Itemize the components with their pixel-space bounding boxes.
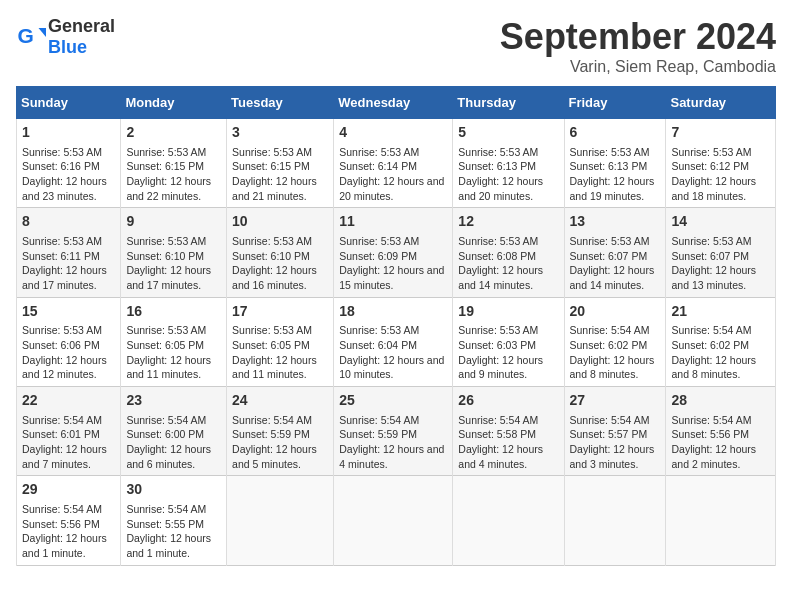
day-detail: Sunrise: 5:53 AMSunset: 6:15 PMDaylight:… <box>126 145 221 204</box>
day-number: 29 <box>22 480 115 500</box>
day-number: 21 <box>671 302 770 322</box>
column-header-tuesday: Tuesday <box>227 87 334 119</box>
day-number: 17 <box>232 302 328 322</box>
calendar-cell: 15Sunrise: 5:53 AMSunset: 6:06 PMDayligh… <box>17 297 121 386</box>
calendar-cell: 11Sunrise: 5:53 AMSunset: 6:09 PMDayligh… <box>334 208 453 297</box>
day-detail: Sunrise: 5:54 AMSunset: 5:58 PMDaylight:… <box>458 413 558 472</box>
day-number: 1 <box>22 123 115 143</box>
calendar-cell: 12Sunrise: 5:53 AMSunset: 6:08 PMDayligh… <box>453 208 564 297</box>
day-number: 20 <box>570 302 661 322</box>
column-header-saturday: Saturday <box>666 87 776 119</box>
day-detail: Sunrise: 5:53 AMSunset: 6:11 PMDaylight:… <box>22 234 115 293</box>
day-number: 5 <box>458 123 558 143</box>
calendar-cell: 18Sunrise: 5:53 AMSunset: 6:04 PMDayligh… <box>334 297 453 386</box>
column-header-monday: Monday <box>121 87 227 119</box>
day-detail: Sunrise: 5:54 AMSunset: 5:56 PMDaylight:… <box>671 413 770 472</box>
calendar-cell: 17Sunrise: 5:53 AMSunset: 6:05 PMDayligh… <box>227 297 334 386</box>
day-number: 12 <box>458 212 558 232</box>
logo-blue-text: Blue <box>48 37 87 57</box>
calendar-cell <box>227 476 334 565</box>
day-number: 11 <box>339 212 447 232</box>
calendar-cell: 8Sunrise: 5:53 AMSunset: 6:11 PMDaylight… <box>17 208 121 297</box>
location-subtitle: Varin, Siem Reap, Cambodia <box>500 58 776 76</box>
day-number: 27 <box>570 391 661 411</box>
day-detail: Sunrise: 5:53 AMSunset: 6:03 PMDaylight:… <box>458 323 558 382</box>
column-header-wednesday: Wednesday <box>334 87 453 119</box>
calendar-cell: 16Sunrise: 5:53 AMSunset: 6:05 PMDayligh… <box>121 297 227 386</box>
calendar-cell: 3Sunrise: 5:53 AMSunset: 6:15 PMDaylight… <box>227 119 334 208</box>
day-number: 19 <box>458 302 558 322</box>
day-number: 18 <box>339 302 447 322</box>
calendar-cell <box>334 476 453 565</box>
calendar-cell: 25Sunrise: 5:54 AMSunset: 5:59 PMDayligh… <box>334 387 453 476</box>
day-number: 24 <box>232 391 328 411</box>
day-number: 13 <box>570 212 661 232</box>
calendar-week-row: 8Sunrise: 5:53 AMSunset: 6:11 PMDaylight… <box>17 208 776 297</box>
day-detail: Sunrise: 5:54 AMSunset: 6:02 PMDaylight:… <box>671 323 770 382</box>
svg-text:G: G <box>18 24 34 47</box>
day-detail: Sunrise: 5:54 AMSunset: 5:57 PMDaylight:… <box>570 413 661 472</box>
logo-general-text: General <box>48 16 115 36</box>
day-detail: Sunrise: 5:54 AMSunset: 5:59 PMDaylight:… <box>339 413 447 472</box>
day-detail: Sunrise: 5:53 AMSunset: 6:15 PMDaylight:… <box>232 145 328 204</box>
logo: G General Blue <box>16 16 115 58</box>
svg-marker-1 <box>39 28 47 37</box>
calendar-cell: 29Sunrise: 5:54 AMSunset: 5:56 PMDayligh… <box>17 476 121 565</box>
column-header-sunday: Sunday <box>17 87 121 119</box>
calendar-cell: 19Sunrise: 5:53 AMSunset: 6:03 PMDayligh… <box>453 297 564 386</box>
day-number: 16 <box>126 302 221 322</box>
day-detail: Sunrise: 5:53 AMSunset: 6:06 PMDaylight:… <box>22 323 115 382</box>
calendar-cell: 21Sunrise: 5:54 AMSunset: 6:02 PMDayligh… <box>666 297 776 386</box>
day-detail: Sunrise: 5:53 AMSunset: 6:05 PMDaylight:… <box>232 323 328 382</box>
calendar-cell: 7Sunrise: 5:53 AMSunset: 6:12 PMDaylight… <box>666 119 776 208</box>
day-detail: Sunrise: 5:54 AMSunset: 5:59 PMDaylight:… <box>232 413 328 472</box>
day-number: 15 <box>22 302 115 322</box>
calendar-cell: 20Sunrise: 5:54 AMSunset: 6:02 PMDayligh… <box>564 297 666 386</box>
calendar-cell: 4Sunrise: 5:53 AMSunset: 6:14 PMDaylight… <box>334 119 453 208</box>
title-area: September 2024 Varin, Siem Reap, Cambodi… <box>500 16 776 76</box>
calendar-cell: 26Sunrise: 5:54 AMSunset: 5:58 PMDayligh… <box>453 387 564 476</box>
calendar-week-row: 15Sunrise: 5:53 AMSunset: 6:06 PMDayligh… <box>17 297 776 386</box>
day-detail: Sunrise: 5:53 AMSunset: 6:04 PMDaylight:… <box>339 323 447 382</box>
calendar-cell: 23Sunrise: 5:54 AMSunset: 6:00 PMDayligh… <box>121 387 227 476</box>
day-detail: Sunrise: 5:53 AMSunset: 6:07 PMDaylight:… <box>570 234 661 293</box>
calendar-cell: 10Sunrise: 5:53 AMSunset: 6:10 PMDayligh… <box>227 208 334 297</box>
day-number: 4 <box>339 123 447 143</box>
day-detail: Sunrise: 5:54 AMSunset: 6:01 PMDaylight:… <box>22 413 115 472</box>
day-detail: Sunrise: 5:53 AMSunset: 6:07 PMDaylight:… <box>671 234 770 293</box>
day-detail: Sunrise: 5:54 AMSunset: 5:55 PMDaylight:… <box>126 502 221 561</box>
day-detail: Sunrise: 5:53 AMSunset: 6:08 PMDaylight:… <box>458 234 558 293</box>
day-detail: Sunrise: 5:53 AMSunset: 6:16 PMDaylight:… <box>22 145 115 204</box>
calendar-cell: 6Sunrise: 5:53 AMSunset: 6:13 PMDaylight… <box>564 119 666 208</box>
day-detail: Sunrise: 5:53 AMSunset: 6:09 PMDaylight:… <box>339 234 447 293</box>
calendar-cell: 27Sunrise: 5:54 AMSunset: 5:57 PMDayligh… <box>564 387 666 476</box>
calendar-cell <box>453 476 564 565</box>
day-detail: Sunrise: 5:53 AMSunset: 6:10 PMDaylight:… <box>232 234 328 293</box>
calendar-cell: 24Sunrise: 5:54 AMSunset: 5:59 PMDayligh… <box>227 387 334 476</box>
calendar-cell: 22Sunrise: 5:54 AMSunset: 6:01 PMDayligh… <box>17 387 121 476</box>
column-header-thursday: Thursday <box>453 87 564 119</box>
calendar-week-row: 1Sunrise: 5:53 AMSunset: 6:16 PMDaylight… <box>17 119 776 208</box>
column-header-friday: Friday <box>564 87 666 119</box>
day-number: 23 <box>126 391 221 411</box>
page-header: G General Blue September 2024 Varin, Sie… <box>16 16 776 76</box>
calendar-header-row: SundayMondayTuesdayWednesdayThursdayFrid… <box>17 87 776 119</box>
day-number: 30 <box>126 480 221 500</box>
day-detail: Sunrise: 5:53 AMSunset: 6:13 PMDaylight:… <box>458 145 558 204</box>
day-number: 6 <box>570 123 661 143</box>
calendar-week-row: 29Sunrise: 5:54 AMSunset: 5:56 PMDayligh… <box>17 476 776 565</box>
day-number: 26 <box>458 391 558 411</box>
month-title: September 2024 <box>500 16 776 58</box>
day-number: 3 <box>232 123 328 143</box>
day-number: 14 <box>671 212 770 232</box>
calendar-table: SundayMondayTuesdayWednesdayThursdayFrid… <box>16 86 776 566</box>
day-number: 25 <box>339 391 447 411</box>
calendar-cell: 13Sunrise: 5:53 AMSunset: 6:07 PMDayligh… <box>564 208 666 297</box>
day-detail: Sunrise: 5:53 AMSunset: 6:12 PMDaylight:… <box>671 145 770 204</box>
day-number: 22 <box>22 391 115 411</box>
day-number: 10 <box>232 212 328 232</box>
day-detail: Sunrise: 5:54 AMSunset: 5:56 PMDaylight:… <box>22 502 115 561</box>
calendar-cell <box>666 476 776 565</box>
day-detail: Sunrise: 5:53 AMSunset: 6:14 PMDaylight:… <box>339 145 447 204</box>
day-detail: Sunrise: 5:53 AMSunset: 6:05 PMDaylight:… <box>126 323 221 382</box>
